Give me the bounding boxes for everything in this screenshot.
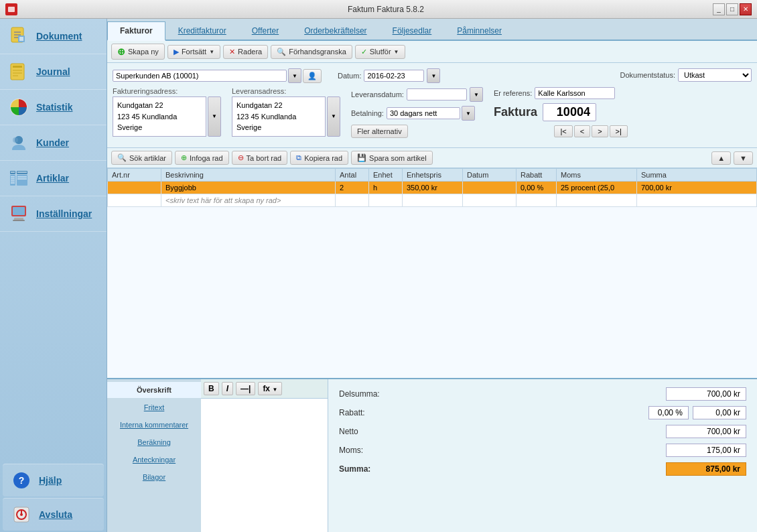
- editor-textarea[interactable]: [201, 399, 328, 532]
- skapa-ny-button[interactable]: ⊕ Skapa ny: [111, 44, 165, 60]
- dokumentstatus-select[interactable]: Utkast: [678, 68, 752, 82]
- rabatt-pct-input[interactable]: [648, 406, 689, 419]
- customer-field: ▼ 👤: [113, 68, 322, 83]
- faktureringsadress-field: Kundgatan 22 123 45 Kundlanda Sverige ▼: [113, 96, 221, 137]
- invoice-toolbar: 🔍 Sök artiklar ⊕ Infoga rad ⊖ Ta bort ra…: [107, 148, 757, 168]
- customer-search-button[interactable]: 👤: [303, 69, 322, 83]
- formula-dropdown-icon: ▼: [272, 387, 277, 393]
- bottom-left: Överskrift Fritext Interna kommentarer B…: [107, 379, 328, 532]
- datum-input[interactable]: [364, 70, 424, 82]
- new-row-placeholder[interactable]: <skriv text här för att skapa ny rad>: [161, 194, 336, 207]
- customer-dropdown-button[interactable]: ▼: [288, 68, 301, 83]
- customer-input[interactable]: [113, 70, 287, 82]
- sidebar-item-dokument-label: Dokument: [36, 31, 82, 42]
- cell-summa: 700,00 kr: [637, 182, 757, 194]
- sidebar-item-dokument[interactable]: Dokument: [0, 19, 107, 54]
- svg-rect-0: [8, 7, 15, 12]
- sidebar-item-hjalp[interactable]: ? Hjälp: [3, 464, 104, 496]
- summary-delsumma: Delsumma:: [339, 387, 746, 401]
- tab-foljesedlar[interactable]: Följesedlar: [380, 21, 445, 40]
- betalning-input-group: ▼: [387, 106, 475, 121]
- sidebar-item-avsluta[interactable]: Avsluta: [3, 498, 104, 531]
- tab-fakturor[interactable]: Fakturor: [107, 21, 165, 41]
- spara-som-artikel-button[interactable]: 💾 Spara som artikel: [351, 151, 433, 165]
- bottom-tab-berakning[interactable]: Beräkning: [107, 434, 201, 450]
- bottom-tabs: Överskrift Fritext Interna kommentarer B…: [107, 379, 201, 532]
- faktura-number-input[interactable]: [543, 103, 596, 121]
- faktureringsadress-box[interactable]: Kundgatan 22 123 45 Kundlanda Sverige: [113, 96, 206, 137]
- nav-last-button[interactable]: >|: [610, 125, 628, 137]
- sidebar-item-journal[interactable]: Journal: [0, 54, 107, 90]
- content-area: Fakturor Kreditfakturor Offerter Orderbe…: [107, 19, 757, 532]
- sidebar-item-statistik[interactable]: Statistik: [0, 90, 107, 125]
- netto-value[interactable]: [666, 425, 746, 438]
- faktureringsadress-dropdown-button[interactable]: ▼: [208, 96, 221, 137]
- er-referens-input[interactable]: [535, 87, 615, 99]
- forhandsgranska-button[interactable]: 🔍 Förhandsgranska: [271, 45, 352, 59]
- sidebar-item-artiklar[interactable]: Artiklar: [0, 161, 107, 196]
- align-button[interactable]: —|: [236, 382, 255, 395]
- maximize-button[interactable]: □: [726, 3, 738, 15]
- rabatt-value-input[interactable]: [693, 406, 746, 419]
- tab-paminnelser[interactable]: Påminnelser: [444, 21, 514, 40]
- invoice-table: Art.nr Beskrivning Antal Enhet Enhetspri…: [107, 168, 757, 207]
- bold-button[interactable]: B: [204, 382, 219, 395]
- formula-button[interactable]: fx ▼: [258, 382, 282, 395]
- nav-first-button[interactable]: |<: [554, 125, 572, 137]
- radera-button[interactable]: ✕ Radera: [223, 45, 268, 59]
- leveransadress-box[interactable]: Kundgatan 22 123 45 Kundlanda Sverige: [232, 96, 326, 137]
- netto-label: Netto: [339, 427, 358, 436]
- hjalp-icon: ?: [11, 470, 32, 491]
- nav-buttons: |< < > >|: [554, 125, 627, 137]
- bottom-tab-anteckningar[interactable]: Anteckningar: [107, 452, 201, 468]
- summa-value[interactable]: [666, 462, 746, 476]
- bottom-tab-fritext[interactable]: Fritext: [107, 399, 201, 415]
- arrow-buttons: ▲ ▼: [711, 151, 753, 165]
- table-row[interactable]: Byggjobb 2 h 350,00 kr 0,00 % 25 procent…: [108, 182, 757, 194]
- delsumma-value[interactable]: [666, 387, 746, 401]
- italic-button[interactable]: I: [222, 382, 233, 395]
- moms-value[interactable]: [666, 444, 746, 457]
- close-button[interactable]: ✕: [740, 3, 752, 15]
- document-icon: [8, 25, 29, 47]
- align-icon: —|: [240, 384, 251, 393]
- betalning-dropdown-button[interactable]: ▼: [462, 106, 475, 121]
- window-title: Faktum Faktura 5.8.2: [59, 5, 713, 14]
- move-down-button[interactable]: ▼: [734, 151, 753, 165]
- fortsatt-button[interactable]: ▶ Fortsätt ▼: [167, 45, 220, 59]
- slutfor-button[interactable]: ✓ Slutför ▼: [355, 45, 405, 59]
- col-datum: Datum: [463, 169, 517, 182]
- bottom-right-summary: Delsumma: Rabatt: Netto Moms:: [328, 379, 757, 532]
- tab-offerter[interactable]: Offerter: [239, 21, 291, 40]
- fler-alternativ-container: Fler alternativ: [351, 125, 483, 138]
- fler-alternativ-button[interactable]: Fler alternativ: [351, 125, 408, 138]
- new-row[interactable]: <skriv text här för att skapa ny rad>: [108, 194, 757, 207]
- nav-prev-button[interactable]: <: [574, 125, 590, 137]
- nav-next-button[interactable]: >: [592, 125, 608, 137]
- tab-orderbekraftelser[interactable]: Orderbekräftelser: [291, 21, 379, 40]
- tab-kreditfakturor[interactable]: Kreditfakturor: [165, 21, 239, 40]
- summary-moms: Moms:: [339, 444, 746, 457]
- sidebar-item-kunder[interactable]: Kunder: [0, 125, 107, 161]
- sok-artiklar-button[interactable]: 🔍 Sök artiklar: [111, 151, 172, 165]
- svg-point-38: [20, 513, 23, 516]
- sidebar-item-kunder-label: Kunder: [36, 137, 69, 148]
- minimize-button[interactable]: _: [713, 3, 725, 15]
- summary-netto: Netto: [339, 425, 746, 438]
- bottom-tab-bilagor[interactable]: Bilagor: [107, 469, 201, 485]
- move-up-button[interactable]: ▲: [711, 151, 731, 165]
- leveransadress-dropdown-button[interactable]: ▼: [327, 96, 340, 137]
- moms-label: Moms:: [339, 446, 363, 455]
- sidebar-item-installningar[interactable]: Inställningar: [0, 196, 107, 232]
- datum-dropdown-button[interactable]: ▼: [427, 68, 440, 83]
- svg-rect-17: [10, 175, 15, 186]
- leveransdatum-dropdown-button[interactable]: ▼: [470, 87, 483, 102]
- ta-bort-rad-button[interactable]: ⊖ Ta bort rad: [232, 151, 288, 165]
- infoga-rad-button[interactable]: ⊕ Infoga rad: [175, 151, 229, 165]
- betalning-input[interactable]: [387, 107, 460, 119]
- bottom-tab-interna-kommentarer[interactable]: Interna kommentarer: [107, 417, 201, 433]
- leveransdatum-input[interactable]: [407, 88, 467, 101]
- kopiera-rad-button[interactable]: ⧉ Kopiera rad: [290, 151, 348, 165]
- main-toolbar: ⊕ Skapa ny ▶ Fortsätt ▼ ✕ Radera 🔍 Förha…: [107, 41, 757, 63]
- bottom-tab-overskrift[interactable]: Överskrift: [107, 382, 201, 398]
